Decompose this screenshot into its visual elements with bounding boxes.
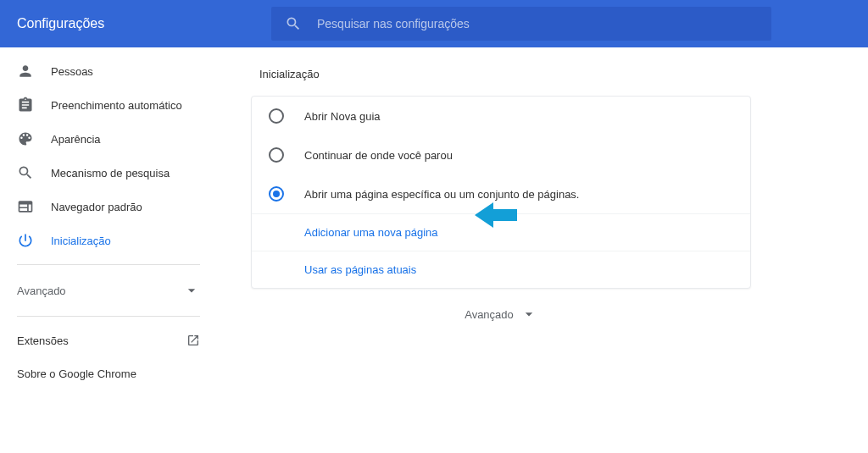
sidebar-item-label: Preenchimento automático	[51, 99, 182, 112]
sidebar-item-autofill[interactable]: Preenchimento automático	[0, 88, 217, 122]
advanced-label: Avançado	[17, 285, 66, 297]
about-label: Sobre o Google Chrome	[17, 367, 136, 380]
divider	[17, 264, 200, 265]
option-new-tab[interactable]: Abrir Nova guia	[252, 97, 750, 135]
chevron-down-icon	[183, 282, 200, 299]
search-icon	[285, 15, 302, 32]
palette-icon	[17, 130, 34, 147]
option-label: Continuar de onde você parou	[304, 149, 453, 162]
radio-icon	[269, 108, 284, 124]
add-new-page-link[interactable]: Adicionar uma nova página	[252, 213, 750, 251]
web-icon	[17, 198, 34, 215]
sidebar: Pessoas Preenchimento automático Aparênc…	[0, 47, 217, 397]
radio-icon	[269, 186, 284, 202]
main-content: Inicialização Abrir Nova guia Continuar …	[217, 47, 868, 397]
search-input[interactable]	[317, 17, 758, 30]
sidebar-item-people[interactable]: Pessoas	[0, 54, 217, 88]
sidebar-item-label: Pessoas	[51, 65, 93, 78]
search-icon	[17, 164, 34, 181]
divider	[17, 316, 200, 317]
page-title: Configurações	[17, 16, 271, 31]
section-title: Inicialização	[259, 68, 834, 80]
sidebar-item-about[interactable]: Sobre o Google Chrome	[0, 357, 217, 390]
sidebar-item-search[interactable]: Mecanismo de pesquisa	[0, 156, 217, 190]
sidebar-item-extensions[interactable]: Extensões	[0, 323, 217, 357]
use-current-label: Usar as páginas atuais	[304, 263, 416, 276]
use-current-pages-link[interactable]: Usar as páginas atuais	[252, 251, 750, 288]
sidebar-item-label: Inicialização	[51, 235, 111, 247]
sidebar-item-startup[interactable]: Inicialização	[0, 224, 217, 257]
search-input-container[interactable]	[271, 7, 771, 41]
footer-advanced-label: Avançado	[465, 308, 514, 321]
power-icon	[17, 232, 34, 249]
assignment-icon	[17, 97, 34, 113]
sidebar-advanced-toggle[interactable]: Avançado	[0, 272, 217, 309]
person-icon	[17, 63, 34, 80]
option-label: Abrir Nova guia	[304, 110, 381, 123]
option-label: Abrir uma página específica ou um conjun…	[304, 188, 579, 201]
chevron-down-icon	[520, 306, 537, 323]
add-page-label: Adicionar uma nova página	[304, 226, 438, 239]
sidebar-item-label: Mecanismo de pesquisa	[51, 167, 170, 180]
external-link-icon	[186, 334, 200, 347]
startup-card: Abrir Nova guia Continuar de onde você p…	[251, 96, 751, 289]
footer-advanced-toggle[interactable]: Avançado	[251, 289, 751, 340]
option-continue[interactable]: Continuar de onde você parou	[252, 135, 750, 174]
sidebar-item-label: Aparência	[51, 133, 101, 146]
sidebar-item-appearance[interactable]: Aparência	[0, 122, 217, 156]
radio-icon	[269, 147, 284, 163]
sidebar-item-label: Navegador padrão	[51, 201, 142, 213]
sidebar-item-default-browser[interactable]: Navegador padrão	[0, 190, 217, 224]
extensions-label: Extensões	[17, 334, 69, 347]
option-specific-page[interactable]: Abrir uma página específica ou um conjun…	[252, 174, 750, 213]
